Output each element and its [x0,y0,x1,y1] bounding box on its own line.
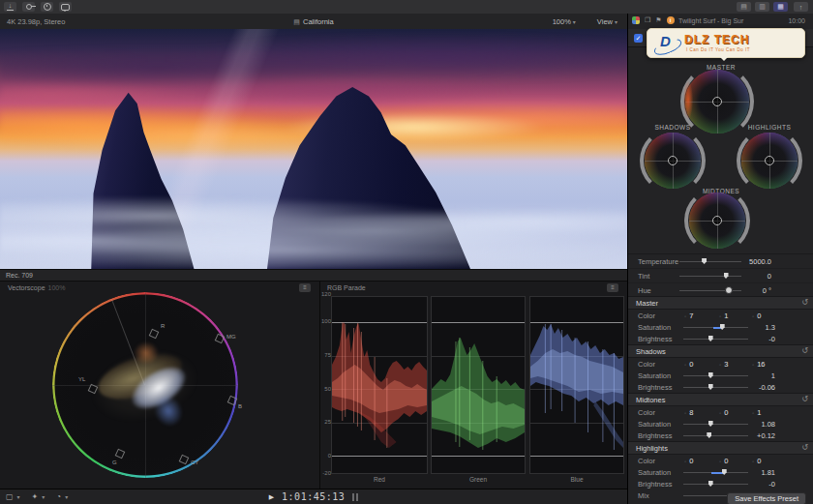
shadows-wheel-puck[interactable] [668,156,678,165]
highlights-brightness-slider[interactable] [683,484,748,485]
highlights-color-r[interactable]: ◦0 [684,457,693,465]
master-color-b[interactable]: ◦0 [752,311,761,320]
temperature-value[interactable]: 5000.0 [749,257,771,266]
highlights-brightness-thumb[interactable] [708,481,713,487]
shadows-color-b[interactable]: ◦16 [752,360,765,369]
shadows-section-header[interactable]: Shadows ↺ [628,344,813,358]
master-brightness-thumb[interactable] [708,336,713,341]
midtones-brightness-value[interactable]: +0.12 [757,431,775,440]
master-color-g[interactable]: ◦1 [719,311,728,320]
midtones-color-r[interactable]: ◦8 [684,408,693,417]
shadows-saturation-thumb[interactable] [708,372,713,378]
reset-icon[interactable]: ↺ [801,346,808,355]
midtones-brightness-thumb[interactable] [707,432,711,438]
highlights-wheel-puck[interactable] [765,156,774,165]
master-saturation-thumb[interactable] [720,324,725,330]
midtones-color-wheel[interactable] [689,193,745,249]
reset-icon[interactable]: ↺ [801,443,808,452]
temperature-label: Temperature [638,257,678,266]
master-wheel-puck[interactable] [712,97,722,106]
effect-enable-checkbox[interactable]: ✓ [634,34,643,43]
highlights-section-header[interactable]: Highlights ↺ [628,441,813,455]
timeline-icon: ▥ [759,3,766,11]
tint-row: Tint 0 [628,269,813,283]
shadows-saturation-value[interactable]: 1 [771,371,775,380]
shadows-brightness-value[interactable]: -0.06 [759,383,775,392]
highlights-saturation-slider[interactable] [683,472,748,473]
master-saturation-value[interactable]: 1.3 [766,323,775,332]
highlights-brightness-value[interactable]: -0 [768,480,775,489]
hue-value[interactable]: 0 ° [763,286,771,295]
info-inspector-icon[interactable]: i [667,16,675,24]
highlights-color-row: Color ◦0 ◦0 ◦0 [628,455,813,466]
midtones-brightness-slider[interactable] [683,435,748,436]
dlz-logo-icon: D [655,32,678,53]
hue-knob[interactable] [725,286,733,294]
midtones-section-header[interactable]: Midtones ↺ [628,393,813,406]
fcp-window: ↓ ▤ ▥ ▦ ↑ 4K 23.98p, Stereo ▤California … [0,0,813,504]
midtones-saturation-value[interactable]: 1.08 [761,420,775,429]
midtones-color-g[interactable]: ◦0 [719,408,728,417]
adjustment-sections: Master ↺ Color ◦7 ◦1 ◦0 Saturation 1.3 B… [628,296,813,501]
midtones-color-b[interactable]: ◦1 [752,408,761,417]
hue-slider[interactable] [679,290,741,291]
reset-icon[interactable]: ↺ [801,395,808,403]
blue-waveform [529,296,624,474]
settings-icon: ≡ [611,284,615,290]
play-button[interactable]: ▶ [269,493,274,501]
temperature-slider[interactable] [679,261,741,262]
video-inspector-icon[interactable]: ❐ [645,16,650,24]
master-color-r[interactable]: ◦7 [684,311,693,320]
inspector-icon: ▦ [777,3,784,11]
clip-name-label: Twilight Surf - Big Sur [678,17,743,24]
master-brightness-row: Brightness -0 [628,333,813,344]
tint-thumb[interactable] [724,273,729,279]
inspector-view-button[interactable]: ▦ [773,2,788,12]
keywords-button[interactable] [22,2,35,12]
highlights-saturation-thumb[interactable] [722,469,727,475]
temperature-thumb[interactable] [702,258,707,264]
background-tasks-button[interactable] [41,2,53,12]
import-button[interactable]: ↓ [4,2,16,12]
master-brightness-value[interactable]: -0 [768,335,775,343]
shadows-color-g[interactable]: ◦3 [719,360,728,369]
midtones-wheel-puck[interactable] [712,216,722,225]
green-waveform [431,296,526,474]
midtones-saturation-thumb[interactable] [708,421,713,427]
titlebar-left-buttons: ↓ [4,2,72,12]
highlights-color-b[interactable]: ◦0 [752,457,761,465]
color-inspector-icon[interactable] [632,16,640,24]
shadows-saturation-slider[interactable] [683,375,748,376]
layout-buttons: ▤ ▥ ▦ [737,2,788,12]
share-button[interactable]: ↑ [794,2,808,12]
viewer-view-menu[interactable]: View▾ [597,17,617,26]
tint-label: Tint [638,272,649,281]
scale-100: 100 [319,318,331,324]
shadows-color-wheel[interactable] [645,133,701,189]
frame-step-buttons[interactable] [352,493,358,501]
highlights-color-wheel[interactable] [741,133,798,189]
parade-settings-button[interactable]: ≡ [607,283,618,292]
highlights-color-g[interactable]: ◦0 [719,457,728,465]
viewer-canvas [0,29,627,269]
highlights-saturation-value[interactable]: 1.81 [761,468,775,477]
midtones-saturation-slider[interactable] [683,424,748,425]
master-saturation-slider[interactable] [683,327,748,328]
save-effects-preset-button[interactable]: Save Effects Preset [727,492,806,504]
browser-view-button[interactable]: ▤ [737,2,751,12]
tint-value[interactable]: 0 [768,272,771,281]
flag-icon[interactable]: ⚑ [655,16,661,24]
midtones-color-row: Color ◦8 ◦0 ◦1 [628,406,813,418]
master-section-header[interactable]: Master ↺ [628,296,813,310]
tint-slider[interactable] [679,276,741,277]
master-color-row: Color ◦7 ◦1 ◦0 [628,310,813,321]
shadows-color-r[interactable]: ◦0 [684,360,693,369]
shadows-brightness-slider[interactable] [683,387,748,388]
master-brightness-slider[interactable] [683,339,748,340]
reset-icon[interactable]: ↺ [801,298,808,307]
viewer-zoom-menu[interactable]: 100%▾ [553,17,576,26]
feedback-button[interactable] [59,2,72,12]
timeline-view-button[interactable]: ▥ [755,2,769,12]
shadows-brightness-thumb[interactable] [708,384,713,390]
watermark-brand: DLZ TECH [684,33,749,46]
